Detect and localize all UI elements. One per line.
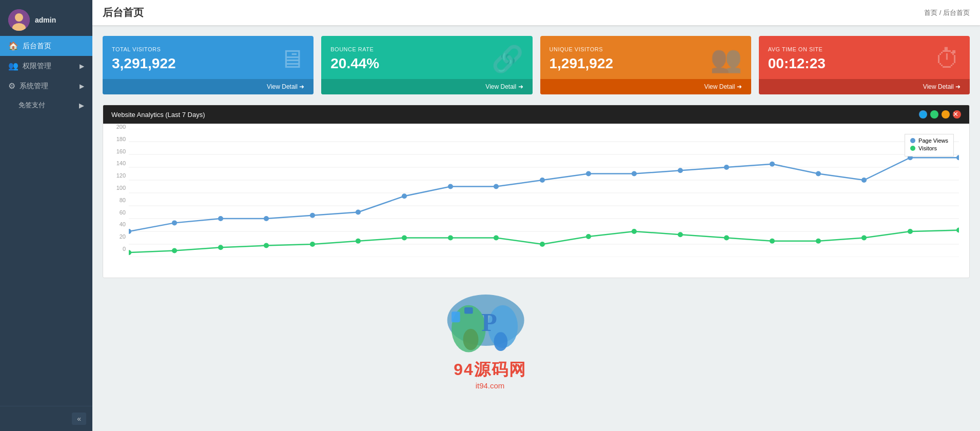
- stat-card-body-1: TOTAL VISITORS 3,291,922 🖥: [103, 36, 313, 79]
- svg-point-35: [218, 245, 223, 250]
- stat-card-label-2: BOUNCE RATE: [330, 46, 379, 52]
- stat-card-body-2: BOUNCE RATE 20.44% 🔗: [321, 36, 532, 79]
- sidebar-item-system-label: 系统管理: [19, 82, 48, 91]
- svg-point-39: [402, 236, 407, 241]
- stat-card-value-4: 00:12:23: [768, 55, 826, 72]
- stat-card-bounce-rate: BOUNCE RATE 20.44% 🔗 View Detail ➜: [321, 36, 532, 94]
- svg-point-33: [129, 250, 131, 255]
- stat-card-footer-1[interactable]: View Detail ➜: [103, 79, 313, 94]
- permissions-icon: 👥: [8, 61, 18, 71]
- breadcrumb: 首页 / 后台首页: [924, 8, 970, 17]
- svg-point-37: [310, 242, 315, 247]
- stat-card-label-3: UNIQUE VISITORS: [550, 46, 614, 52]
- y-label-200: 200: [103, 124, 126, 130]
- sidebar-item-freepay[interactable]: 免签支付 ▶: [0, 96, 92, 114]
- visitors-label: Visitors: [918, 145, 937, 151]
- svg-point-21: [448, 184, 453, 189]
- home-icon: 🏠: [8, 41, 18, 51]
- svg-point-30: [861, 178, 867, 183]
- svg-point-32: [956, 155, 959, 160]
- svg-point-26: [678, 168, 683, 173]
- main-content: 后台首页 首页 / 后台首页 TOTAL VISITORS 3,291,922 …: [92, 0, 980, 431]
- sidebar-item-permissions-label: 权限管理: [23, 62, 51, 71]
- svg-point-50: [908, 229, 913, 234]
- system-icon: ⚙: [8, 81, 15, 91]
- stat-card-footer-4[interactable]: View Detail ➜: [759, 79, 970, 94]
- y-label-60: 60: [103, 209, 126, 215]
- svg-point-27: [724, 165, 729, 170]
- permissions-arrow: ▶: [80, 63, 84, 70]
- chart-legend: Page Views Visitors: [905, 134, 954, 156]
- svg-point-47: [770, 239, 775, 244]
- red-ctrl-btn[interactable]: ✕: [953, 110, 961, 119]
- svg-point-49: [861, 236, 867, 241]
- svg-point-18: [310, 213, 315, 218]
- stat-card-label-4: AVG TIME ON SITE: [768, 46, 826, 52]
- y-label-100: 100: [103, 185, 126, 191]
- svg-point-43: [586, 234, 591, 239]
- chart-title: Website Analytics (Last 7 Days): [111, 111, 205, 119]
- yellow-ctrl-btn[interactable]: [942, 110, 950, 119]
- users-icon: 👥: [710, 44, 742, 74]
- breadcrumb-current: 后台首页: [943, 9, 970, 16]
- stat-card-info-2: BOUNCE RATE 20.44%: [330, 46, 379, 72]
- breadcrumb-sep: /: [939, 9, 943, 16]
- y-label-80: 80: [103, 197, 126, 203]
- y-axis-labels: 200 180 160 140 120 100 80 60 40 20 0: [103, 124, 126, 252]
- y-label-120: 120: [103, 172, 126, 179]
- freepay-arrow: ▶: [79, 102, 84, 109]
- breadcrumb-home[interactable]: 首页: [924, 9, 937, 16]
- svg-point-48: [816, 239, 821, 244]
- y-label-0: 0: [103, 246, 126, 252]
- sidebar-nav: 🏠 后台首页 👥 权限管理 ▶ ⚙ 系统管理 ▶ 免签支付 ▶: [0, 36, 92, 406]
- stat-card-info-4: AVG TIME ON SITE 00:12:23: [768, 46, 826, 72]
- svg-point-24: [586, 171, 591, 177]
- green-ctrl-btn[interactable]: [930, 110, 938, 119]
- chart-container: Website Analytics (Last 7 Days) 🌐 ✕ Page…: [103, 105, 970, 278]
- stat-card-unique-visitors: UNIQUE VISITORS 1,291,922 👥 View Detail …: [540, 36, 751, 94]
- avatar: [8, 9, 30, 31]
- clock-icon: ⏱: [935, 44, 961, 74]
- stat-card-body-3: UNIQUE VISITORS 1,291,922 👥: [540, 36, 751, 79]
- y-label-180: 180: [103, 136, 126, 142]
- svg-point-44: [632, 229, 637, 234]
- stat-card-info-1: TOTAL VISITORS 3,291,922: [112, 46, 176, 72]
- stat-card-value-2: 20.44%: [330, 55, 379, 72]
- page-title: 后台首页: [103, 6, 144, 19]
- svg-point-42: [540, 242, 545, 247]
- sidebar-item-freepay-label: 免签支付: [18, 101, 45, 110]
- content-area: TOTAL VISITORS 3,291,922 🖥 View Detail ➜…: [92, 26, 980, 288]
- svg-point-25: [632, 171, 637, 177]
- chart-controls: 🌐 ✕: [919, 110, 961, 119]
- collapse-button[interactable]: «: [72, 413, 86, 425]
- sidebar-username: admin: [35, 16, 56, 24]
- chart-header: Website Analytics (Last 7 Days) 🌐 ✕: [103, 105, 969, 124]
- stat-card-footer-3[interactable]: View Detail ➜: [540, 79, 751, 94]
- sidebar-item-permissions[interactable]: 👥 权限管理 ▶: [0, 56, 92, 76]
- top-header: 后台首页 首页 / 后台首页: [92, 0, 980, 26]
- svg-point-45: [678, 232, 683, 237]
- sidebar-avatar-area: admin: [0, 0, 92, 36]
- svg-point-19: [356, 210, 361, 215]
- stat-card-body-4: AVG TIME ON SITE 00:12:23 ⏱: [759, 36, 970, 79]
- stat-cards-grid: TOTAL VISITORS 3,291,922 🖥 View Detail ➜…: [103, 36, 970, 94]
- svg-point-41: [494, 236, 499, 241]
- legend-visitors: Visitors: [910, 145, 948, 151]
- sidebar-item-dashboard[interactable]: 🏠 后台首页: [0, 36, 92, 56]
- y-label-20: 20: [103, 233, 126, 240]
- monitor-icon: 🖥: [279, 44, 304, 74]
- svg-point-29: [816, 171, 821, 177]
- svg-point-34: [172, 248, 177, 253]
- stat-card-footer-2[interactable]: View Detail ➜: [321, 79, 532, 94]
- page-views-dot: [910, 138, 915, 143]
- sidebar-item-system[interactable]: ⚙ 系统管理 ▶: [0, 76, 92, 96]
- svg-point-36: [264, 243, 269, 248]
- globe-ctrl-btn[interactable]: 🌐: [919, 110, 927, 119]
- system-arrow: ▶: [80, 83, 84, 90]
- y-label-40: 40: [103, 221, 126, 227]
- svg-point-22: [494, 184, 499, 189]
- stat-card-avg-time: AVG TIME ON SITE 00:12:23 ⏱ View Detail …: [759, 36, 970, 94]
- svg-point-51: [956, 228, 959, 233]
- link-icon: 🔗: [492, 44, 523, 74]
- svg-point-1: [15, 13, 23, 22]
